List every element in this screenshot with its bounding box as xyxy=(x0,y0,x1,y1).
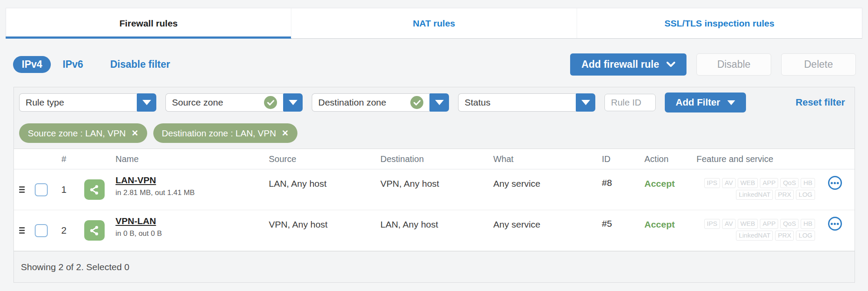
active-filter-chips: Source zone : LAN, VPN✕Destination zone … xyxy=(14,118,855,149)
column-header-id: ID xyxy=(602,154,644,164)
share-network-icon xyxy=(84,179,105,200)
feature-badge-qos: QoS xyxy=(780,178,799,188)
rule-feature-badges: IPSAVWEBAPPQoSHBLinkedNATPRXLOG xyxy=(691,169,815,210)
rule-source: LAN, Any host xyxy=(269,169,380,210)
feature-badge-qos: QoS xyxy=(780,219,799,229)
tab-ssl-tls-inspection-rules[interactable]: SSL/TLS inspection rules xyxy=(577,8,862,38)
dropdown-field: Status xyxy=(458,93,576,112)
rule-what: Any service xyxy=(493,210,602,251)
rule-name-link[interactable]: VPN-LAN xyxy=(116,216,156,226)
tab-nat-rules[interactable]: NAT rules xyxy=(291,8,576,38)
feature-badge-ips: IPS xyxy=(704,178,720,188)
feature-badge-web: WEB xyxy=(738,219,758,229)
feature-badge-line: LinkedNATPRXLOG xyxy=(734,231,815,241)
table-header-row: #NameSourceDestinationWhatIDActionFeatur… xyxy=(14,149,855,169)
dropdown-arrow-button[interactable] xyxy=(137,93,156,112)
row-checkbox-cell xyxy=(35,183,48,196)
feature-badge-line: IPSAVWEBAPPQoSHB xyxy=(702,219,815,229)
rule-icon-cell xyxy=(84,220,105,241)
filter-dropdown-source-zone[interactable]: Source zone xyxy=(165,93,303,112)
drag-bar xyxy=(19,186,25,188)
drag-bar xyxy=(19,189,25,190)
ip-version-toggle: IPv4IPv6 xyxy=(13,56,83,73)
rule-name-link[interactable]: LAN-VPN xyxy=(116,175,156,185)
dot xyxy=(834,223,836,225)
toolbar: IPv4IPv6 Disable filter Add firewall rul… xyxy=(13,53,856,76)
rule-destination: LAN, Any host xyxy=(380,210,493,251)
dot xyxy=(834,182,836,184)
feature-badge-line: IPSAVWEBAPPQoSHB xyxy=(702,178,815,188)
feature-badge-linkednat: LinkedNAT xyxy=(736,231,773,241)
row-checkbox-cell xyxy=(35,224,48,237)
dropdown-selected-label: Source zone xyxy=(172,97,223,108)
firewall-rules-card: Rule typeSource zoneDestination zoneStat… xyxy=(13,87,855,283)
drag-bar xyxy=(19,192,25,193)
filter-dropdown-rule-type[interactable]: Rule type xyxy=(19,93,156,112)
rule-position: 2 xyxy=(61,225,66,236)
row-more-cell xyxy=(828,169,842,210)
feature-badge-web: WEB xyxy=(738,178,758,188)
dot xyxy=(837,223,839,225)
feature-badge-linkednat: LinkedNAT xyxy=(736,190,773,200)
more-options-icon[interactable] xyxy=(828,176,842,190)
share-network-icon xyxy=(84,220,105,241)
dropdown-selected-label: Destination zone xyxy=(318,97,386,108)
drag-bar xyxy=(19,227,25,228)
add-filter-label: Add Filter xyxy=(676,97,720,108)
dropdown-arrow-button[interactable] xyxy=(429,93,449,112)
delete-button[interactable]: Delete xyxy=(781,53,856,76)
row-checkbox[interactable] xyxy=(35,224,48,237)
dropdown-selected-label: Rule type xyxy=(26,97,64,108)
dot xyxy=(831,182,833,184)
feature-badge-app: APP xyxy=(760,219,778,229)
rule-id-value: #5 xyxy=(602,210,644,251)
rule-id-value: #8 xyxy=(602,169,644,210)
rule-id-input[interactable] xyxy=(604,94,656,111)
column-header-name: Name xyxy=(114,154,269,164)
column-header-destination: Destination xyxy=(380,154,493,164)
row-checkbox[interactable] xyxy=(35,183,48,196)
filter-chip-label: Destination zone : LAN, VPN xyxy=(162,128,276,139)
dot xyxy=(831,223,833,225)
row-count-status: Showing 2 of 2. Selected 0 xyxy=(21,262,129,272)
table-body: 1LAN-VPNin 2.81 MB, out 1.41 MBLAN, Any … xyxy=(14,169,855,251)
more-options-icon[interactable] xyxy=(828,217,842,231)
feature-badge-hb: HB xyxy=(801,178,815,188)
rule-position: 1 xyxy=(61,184,66,195)
remove-chip-icon[interactable]: ✕ xyxy=(132,129,139,137)
filter-dropdown-destination-zone[interactable]: Destination zone xyxy=(312,93,449,112)
rule-destination: VPN, Any host xyxy=(380,169,493,210)
dropdown-selected-label: Status xyxy=(465,97,491,108)
remove-chip-icon[interactable]: ✕ xyxy=(282,129,289,137)
triangle-down-icon xyxy=(581,100,590,105)
add-filter-button[interactable]: Add Filter xyxy=(665,93,746,112)
add-firewall-rule-button[interactable]: Add firewall rule xyxy=(570,53,686,76)
feature-badge-ips: IPS xyxy=(704,219,720,229)
feature-badge-app: APP xyxy=(760,178,778,188)
dropdown-arrow-button[interactable] xyxy=(576,93,595,112)
feature-badge-line: LinkedNATPRXLOG xyxy=(734,190,815,200)
feature-badge-log: LOG xyxy=(796,231,815,241)
triangle-down-icon xyxy=(142,100,151,105)
disable-button[interactable]: Disable xyxy=(696,53,771,76)
filter-dropdown-status[interactable]: Status xyxy=(458,93,595,112)
dropdown-arrow-button[interactable] xyxy=(283,93,303,112)
drag-bar xyxy=(19,232,25,234)
rule-action: Accept xyxy=(644,210,691,251)
filter-bar: Rule typeSource zoneDestination zoneStat… xyxy=(14,87,855,118)
ip-toggle-ipv4[interactable]: IPv4 xyxy=(13,56,51,73)
drag-handle-icon[interactable] xyxy=(19,227,25,234)
disable-filter-link[interactable]: Disable filter xyxy=(110,59,170,70)
drag-handle-icon[interactable] xyxy=(19,186,25,193)
rule-row-vpn-lan: 2VPN-LANin 0 B, out 0 BVPN, Any hostLAN,… xyxy=(14,210,855,251)
filter-chip: Destination zone : LAN, VPN✕ xyxy=(153,123,297,143)
rule-type-tabs: Firewall rulesNAT rulesSSL/TLS inspectio… xyxy=(6,8,862,39)
table-footer: Showing 2 of 2. Selected 0 xyxy=(14,251,855,282)
ip-toggle-ipv6[interactable]: IPv6 xyxy=(63,56,83,73)
tab-firewall-rules[interactable]: Firewall rules xyxy=(6,8,291,38)
row-more-cell xyxy=(828,210,842,251)
rule-name-cell: VPN-LANin 0 B, out 0 B xyxy=(114,210,269,251)
feature-badge-log: LOG xyxy=(796,190,815,200)
reset-filter-link[interactable]: Reset filter xyxy=(795,97,845,108)
column-header-: # xyxy=(61,154,66,164)
